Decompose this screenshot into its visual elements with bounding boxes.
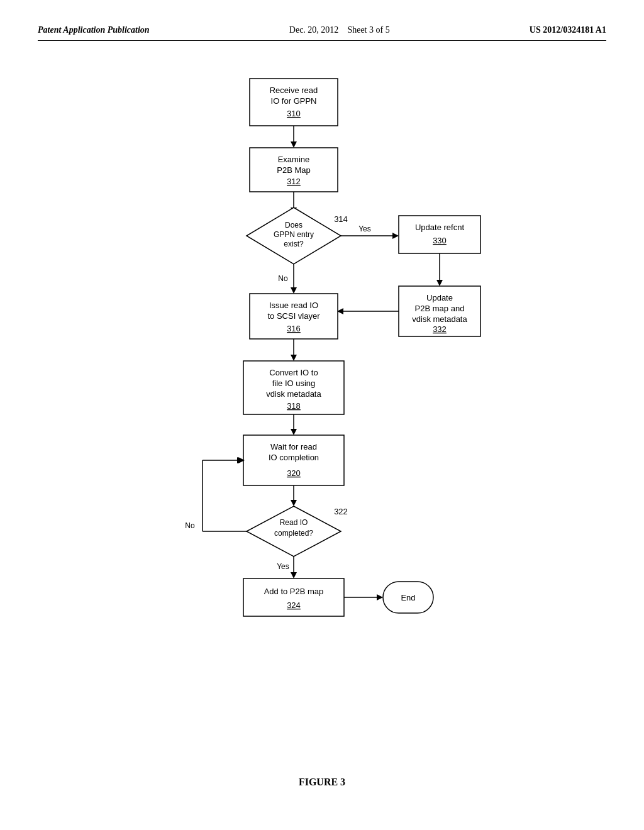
svg-text:332: 332 (433, 324, 447, 334)
svg-text:to SCSI vlayer: to SCSI vlayer (267, 311, 320, 321)
svg-text:IO completion: IO completion (269, 453, 319, 462)
svg-text:310: 310 (287, 109, 301, 118)
svg-rect-20 (399, 216, 480, 253)
svg-marker-18 (392, 233, 399, 239)
svg-marker-53 (291, 500, 297, 506)
svg-text:312: 312 (287, 177, 301, 186)
svg-marker-33 (291, 287, 297, 294)
page: Patent Application Publication Dec. 20, … (0, 0, 644, 830)
page-header: Patent Application Publication Dec. 20, … (38, 25, 606, 41)
svg-text:Receive read: Receive read (270, 86, 318, 95)
svg-marker-40 (291, 355, 297, 361)
svg-text:Yes: Yes (358, 224, 371, 233)
svg-text:vdisk metadata: vdisk metadata (266, 389, 321, 399)
svg-text:Wait for read: Wait for read (270, 442, 317, 451)
svg-text:Does: Does (285, 221, 303, 230)
diagram-area: Receive read IO for GPPN 310 Examine P2B… (38, 66, 606, 788)
svg-text:vdisk metadata: vdisk metadata (412, 314, 467, 324)
svg-text:Add to P2B map: Add to P2B map (264, 587, 324, 596)
header-publication-title: Patent Application Publication (38, 25, 150, 35)
svg-text:No: No (185, 521, 195, 530)
svg-text:P2B map and: P2B map and (415, 304, 465, 313)
svg-marker-24 (436, 280, 443, 286)
svg-text:314: 314 (334, 214, 348, 224)
svg-marker-64 (291, 572, 297, 578)
svg-text:Examine: Examine (278, 155, 310, 164)
header-sheet: Sheet 3 of 5 (347, 25, 389, 35)
svg-text:Update: Update (426, 293, 453, 302)
svg-text:330: 330 (433, 236, 447, 245)
svg-text:IO for GPPN: IO for GPPN (271, 96, 317, 106)
svg-text:Read IO: Read IO (280, 518, 308, 527)
svg-text:318: 318 (287, 401, 301, 411)
svg-text:316: 316 (287, 324, 301, 333)
svg-text:324: 324 (287, 600, 301, 610)
svg-text:P2B Map: P2B Map (277, 165, 310, 175)
svg-text:Convert IO to: Convert IO to (269, 368, 318, 377)
svg-text:completed?: completed? (274, 529, 313, 538)
flowchart-svg: Receive read IO for GPPN 310 Examine P2B… (127, 66, 517, 758)
svg-text:No: No (278, 274, 288, 283)
svg-marker-5 (291, 141, 297, 148)
svg-text:exist?: exist? (284, 240, 304, 248)
svg-text:End: End (401, 593, 415, 602)
svg-rect-66 (243, 578, 344, 616)
svg-text:GPPN entry: GPPN entry (274, 230, 314, 239)
svg-marker-47 (291, 429, 297, 435)
svg-text:file IO using: file IO using (272, 379, 316, 388)
header-patent-number: US 2012/0324181 A1 (530, 25, 606, 35)
svg-text:322: 322 (334, 507, 348, 516)
header-date-sheet: Dec. 20, 2012 Sheet 3 of 5 (289, 25, 390, 35)
svg-marker-70 (377, 594, 383, 600)
figure-label: FIGURE 3 (299, 777, 345, 788)
svg-text:Update refcnt: Update refcnt (415, 223, 464, 232)
svg-text:320: 320 (287, 468, 301, 478)
header-date: Dec. 20, 2012 (289, 25, 339, 35)
svg-text:Issue read IO: Issue read IO (269, 301, 318, 310)
svg-text:Yes: Yes (277, 562, 289, 571)
